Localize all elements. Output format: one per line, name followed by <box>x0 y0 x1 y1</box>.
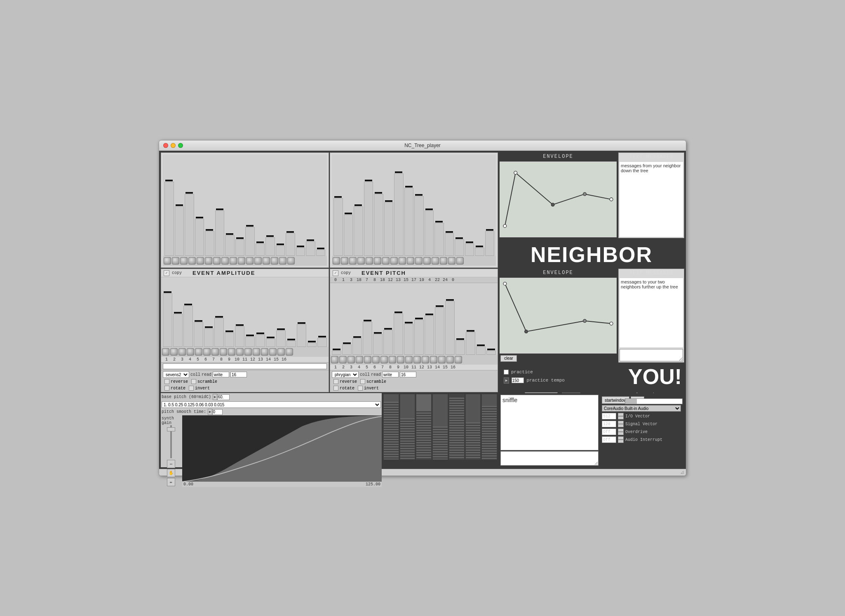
knob[interactable] <box>339 356 347 363</box>
clear-button[interactable]: clear <box>500 355 517 362</box>
knob[interactable] <box>389 356 396 363</box>
rotate-checkbox-item[interactable]: rotate <box>333 386 354 391</box>
knob[interactable] <box>188 257 196 265</box>
harmonics-dropdown[interactable]: 1. 0.5 0.25 0.125 0.06 0.03 0.015 <box>162 401 381 408</box>
knob[interactable] <box>347 356 355 363</box>
pitch-smooth-input[interactable] <box>212 409 223 415</box>
resize-handle[interactable]: ⊿ <box>680 469 684 475</box>
conductor-message-input[interactable] <box>500 451 599 466</box>
reverse-checkbox-item[interactable]: reverse <box>333 379 357 384</box>
knob[interactable] <box>422 356 429 363</box>
you-text-input[interactable] <box>620 349 683 361</box>
knob[interactable] <box>254 257 262 265</box>
knob[interactable] <box>279 257 286 265</box>
signal-vector-down[interactable]: ▼ <box>618 424 624 427</box>
knob[interactable] <box>180 257 188 265</box>
event-amplitude-copy-checkbox[interactable]: ✓ <box>164 270 169 276</box>
knob[interactable] <box>356 356 363 363</box>
knob[interactable] <box>357 257 365 265</box>
rotate-checkbox[interactable] <box>164 386 169 391</box>
reverse-checkbox[interactable] <box>164 379 169 384</box>
audio-interrupt-down[interactable]: ▼ <box>618 440 624 443</box>
knob[interactable] <box>205 257 212 265</box>
knob[interactable] <box>382 257 390 265</box>
knob[interactable] <box>372 356 380 363</box>
knob[interactable] <box>187 348 194 356</box>
close-button[interactable] <box>163 143 168 148</box>
knob[interactable] <box>238 257 245 265</box>
maximize-button[interactable] <box>178 143 183 148</box>
knob[interactable] <box>162 348 169 356</box>
hand-tool-icon[interactable]: ✋ <box>167 469 175 477</box>
knob[interactable] <box>261 348 268 356</box>
knob[interactable] <box>432 257 439 265</box>
knob[interactable] <box>213 257 221 265</box>
knob[interactable] <box>366 257 373 265</box>
overdrive-stepper[interactable]: ▲ ▼ <box>618 429 624 435</box>
knob[interactable] <box>438 356 446 363</box>
knob[interactable] <box>286 348 293 356</box>
knob[interactable] <box>349 257 357 265</box>
knob[interactable] <box>230 257 237 265</box>
overdrive-down[interactable]: ▼ <box>618 432 624 435</box>
knob[interactable] <box>405 356 413 363</box>
scramble-checkbox[interactable] <box>360 379 365 384</box>
knob[interactable] <box>446 356 454 363</box>
knob[interactable] <box>220 348 227 356</box>
event-amplitude-preset-dropdown[interactable]: sevens2 <box>163 371 189 378</box>
rotate-checkbox[interactable] <box>333 386 338 391</box>
knob[interactable] <box>397 356 404 363</box>
invert-checkbox[interactable] <box>358 386 363 391</box>
knob[interactable] <box>170 348 178 356</box>
scramble-checkbox-item[interactable]: scramble <box>360 379 386 384</box>
invert-checkbox-item[interactable]: invert <box>189 386 210 391</box>
knob[interactable] <box>269 348 277 356</box>
event-pitch-write-input[interactable] <box>382 372 399 377</box>
event-pitch-copy-checkbox[interactable]: ✓ <box>333 270 338 276</box>
knob[interactable] <box>390 257 398 265</box>
move-tool-icon[interactable]: ↔ <box>167 460 175 468</box>
knob[interactable] <box>448 257 455 265</box>
knob[interactable] <box>244 348 252 356</box>
invert-checkbox-item[interactable]: invert <box>358 386 379 391</box>
knob[interactable] <box>195 348 202 356</box>
minimize-button[interactable] <box>171 143 176 148</box>
audio-driver-dropdown[interactable]: CoreAudio Built-in Audio <box>602 405 681 412</box>
knob[interactable] <box>203 348 211 356</box>
knob[interactable] <box>399 257 406 265</box>
event-amplitude-text-input[interactable] <box>163 363 327 369</box>
reverse-checkbox[interactable] <box>333 379 338 384</box>
knob[interactable] <box>178 348 186 356</box>
knob[interactable] <box>333 257 340 265</box>
knob[interactable] <box>228 348 235 356</box>
knob[interactable] <box>415 257 422 265</box>
base-pitch-input[interactable] <box>217 394 230 400</box>
practice-checkbox[interactable] <box>504 370 509 375</box>
knob[interactable] <box>246 257 254 265</box>
window-controls[interactable] <box>163 143 183 148</box>
practice-tempo-input[interactable] <box>512 377 524 383</box>
knob[interactable] <box>440 257 447 265</box>
knob[interactable] <box>413 356 421 363</box>
io-vector-stepper[interactable]: ▲ ▼ <box>618 413 624 419</box>
event-amplitude-write-input[interactable] <box>213 372 229 377</box>
event-pitch-count-input[interactable] <box>400 372 416 377</box>
knob[interactable] <box>263 257 270 265</box>
knob[interactable] <box>456 257 464 265</box>
pencil-tool-icon[interactable]: ✏ <box>167 478 175 486</box>
event-amplitude-count-input[interactable] <box>230 372 247 377</box>
event-pitch-preset-dropdown[interactable]: phrygian <box>332 371 359 378</box>
knob[interactable] <box>287 257 295 265</box>
knob[interactable] <box>341 257 348 265</box>
io-vector-down[interactable]: ▼ <box>618 416 624 419</box>
knob[interactable] <box>277 348 285 356</box>
knob[interactable] <box>364 356 371 363</box>
audio-interrupt-stepper[interactable]: ▲ ▼ <box>618 436 624 443</box>
knob[interactable] <box>380 356 388 363</box>
knob[interactable] <box>164 257 171 265</box>
knob[interactable] <box>236 348 244 356</box>
knob[interactable] <box>253 348 260 356</box>
knob[interactable] <box>374 257 381 265</box>
knob[interactable] <box>331 356 338 363</box>
knob[interactable] <box>407 257 414 265</box>
